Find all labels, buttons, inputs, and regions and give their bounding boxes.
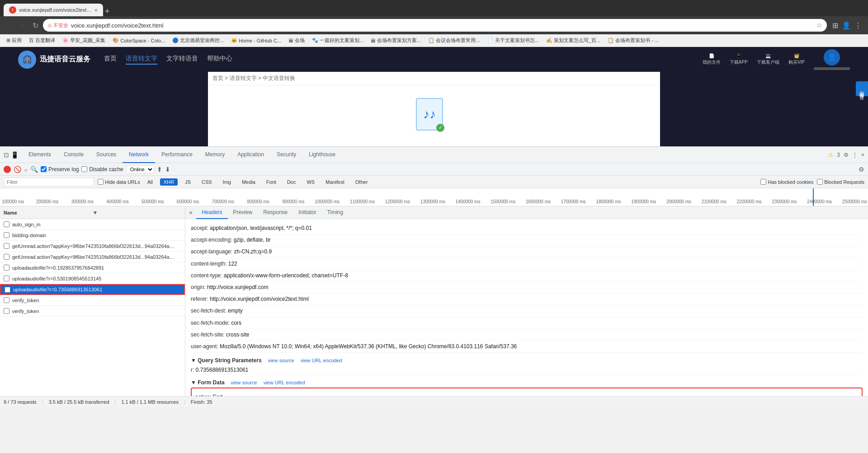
filter-button[interactable]: ⬦ xyxy=(24,166,28,173)
search-button[interactable]: 🔍 xyxy=(30,166,38,173)
filter-css[interactable]: CSS xyxy=(198,178,216,186)
extensions-icon[interactable]: ⊞ xyxy=(832,21,838,30)
nav-buy-vip[interactable]: 👑 购买VIP xyxy=(788,53,805,65)
device-icon[interactable]: 📱 xyxy=(11,151,19,159)
bookmark-copy1[interactable]: 🐾 一篇好的文案策划... xyxy=(309,36,366,45)
reload-button[interactable]: ↻ xyxy=(31,19,40,32)
request-item-3[interactable]: getUnread.action?appKey=9f6be7423510fa86… xyxy=(0,252,185,262)
bookmark-github[interactable]: 🐱 Home - GitHub C... xyxy=(228,37,284,44)
request-item-0[interactable]: auto_sign_in xyxy=(0,219,185,230)
throttle-select[interactable]: Online Online xyxy=(126,165,154,173)
request-item-1[interactable]: bidding-domain xyxy=(0,230,185,241)
filter-manifest[interactable]: Manifest xyxy=(322,178,348,186)
nav-download-client[interactable]: 💻 下载客户端 xyxy=(757,53,779,65)
filter-media[interactable]: Media xyxy=(238,178,259,186)
bookmark-copy2[interactable]: 📄 关于文案策划书怎... xyxy=(485,36,542,45)
tab-console[interactable]: Console xyxy=(57,147,90,163)
request-checkbox-4[interactable] xyxy=(4,265,9,271)
download-icon[interactable]: ⬇ xyxy=(165,166,170,173)
tab-sources[interactable]: Sources xyxy=(90,147,123,163)
more-icon[interactable]: ⋮ xyxy=(852,152,858,158)
more-options-icon[interactable]: ⋮ xyxy=(854,21,862,30)
hide-data-urls-checkbox[interactable] xyxy=(98,179,104,185)
tab-close-button[interactable]: × xyxy=(94,7,98,14)
tab-network[interactable]: Network xyxy=(123,147,155,163)
blocked-requests-checkbox[interactable] xyxy=(817,179,823,185)
bookmark-plan2[interactable]: 📋 会场布置策划书 - ... xyxy=(605,36,661,45)
request-checkbox-0[interactable] xyxy=(4,221,9,227)
bookmark-bj[interactable]: 🔵 北京德易堂渝商控... xyxy=(170,36,226,45)
request-item-5[interactable]: uploadaudiofile?r=0.5301908545513145 xyxy=(0,273,185,284)
query-view-source[interactable]: view source xyxy=(268,358,294,363)
devtools-close-icon[interactable]: × xyxy=(861,152,864,158)
record-button[interactable] xyxy=(4,166,11,173)
nav-avatar[interactable]: 👤 xyxy=(814,49,850,70)
upload-icon[interactable]: ⬆ xyxy=(157,166,162,173)
tab-lighthouse[interactable]: Lighthouse xyxy=(302,147,342,163)
filter-font[interactable]: Font xyxy=(263,178,280,186)
bookmark-plan1[interactable]: 🏛 会场布置策划方案... xyxy=(368,36,424,45)
filter-ws[interactable]: WS xyxy=(303,178,318,186)
sort-icon[interactable]: ▼ xyxy=(93,210,182,216)
form-view-source[interactable]: view source xyxy=(231,380,257,385)
new-tab-button[interactable]: + xyxy=(105,7,110,16)
nav-voice2text[interactable]: 语音转文字 xyxy=(126,55,157,65)
details-tab-headers[interactable]: Headers xyxy=(196,206,227,219)
back-button[interactable]: ← xyxy=(4,19,14,31)
details-tab-timing[interactable]: Timing xyxy=(322,206,349,219)
tab-application[interactable]: Application xyxy=(231,147,270,163)
request-item-6[interactable]: uploadaudiofile?r=0.7356886913513061 xyxy=(0,284,185,295)
has-blocked-checkbox[interactable] xyxy=(760,179,766,185)
filter-other[interactable]: Other xyxy=(352,178,372,186)
filter-input[interactable] xyxy=(4,177,94,187)
bookmark-zao[interactable]: 🌸 早安_花颜_采集 xyxy=(60,36,108,45)
tab-elements[interactable]: Elements xyxy=(22,147,57,163)
filter-js[interactable]: JS xyxy=(181,178,194,186)
request-checkbox-8[interactable] xyxy=(4,308,9,314)
disable-cache-label[interactable]: Disable cache xyxy=(81,166,123,173)
details-close-button[interactable]: × xyxy=(189,209,193,216)
request-checkbox-6[interactable] xyxy=(5,287,10,293)
request-item-8[interactable]: verify_token xyxy=(0,306,185,317)
has-blocked-label[interactable]: Has blocked cookies xyxy=(760,179,813,185)
filter-doc[interactable]: Doc xyxy=(283,178,300,186)
details-tab-response[interactable]: Response xyxy=(258,206,293,219)
clear-button[interactable]: 🚫 xyxy=(14,166,21,173)
settings-icon[interactable]: ⚙ xyxy=(844,152,849,158)
request-checkbox-3[interactable] xyxy=(4,254,9,260)
details-tab-initiator[interactable]: Initiator xyxy=(293,206,321,219)
bookmark-meeting[interactable]: 📋 会议会场布置常用... xyxy=(425,36,482,45)
network-settings-icon[interactable]: ⚙ xyxy=(859,166,864,173)
floating-record-btn[interactable]: 实 时 录 音 xyxy=(856,81,868,96)
preserve-log-checkbox[interactable] xyxy=(41,166,47,172)
bookmark-write[interactable]: ✍ 策划文案怎么写_百... xyxy=(543,36,603,45)
disable-cache-checkbox[interactable] xyxy=(81,166,87,172)
request-item-2[interactable]: getUnread.action?appKey=9f6be7423510fa86… xyxy=(0,241,185,252)
inspect-icon[interactable]: ⊡ xyxy=(4,151,9,159)
preserve-log-label[interactable]: Preserve log xyxy=(41,166,79,173)
tab-performance[interactable]: Performance xyxy=(155,147,199,163)
request-item-7[interactable]: verify_token xyxy=(0,295,185,306)
forward-button[interactable]: → xyxy=(17,19,28,31)
request-checkbox-1[interactable] xyxy=(4,232,9,238)
tab-security[interactable]: Security xyxy=(270,147,302,163)
query-view-url-encoded[interactable]: view URL encoded xyxy=(301,358,342,363)
upload-area[interactable]: ♪ ✓ xyxy=(208,85,660,146)
filter-xhr[interactable]: XHR xyxy=(160,178,178,186)
request-checkbox-7[interactable] xyxy=(4,297,9,303)
filter-img[interactable]: Img xyxy=(219,178,235,186)
request-item-4[interactable]: uploadaudiofile?r=0.19285379576642891 xyxy=(0,262,185,273)
url-bar[interactable]: ⚠ 不安全 voice.xunjiepdf.com/voice2text.htm… xyxy=(43,19,827,32)
nav-myfiles[interactable]: 📄 我的文件 xyxy=(703,53,721,65)
nav-home[interactable]: 首页 xyxy=(104,55,117,65)
active-tab[interactable]: ! voice.xunjiepdf.com/voice2text.html × xyxy=(4,4,103,16)
request-checkbox-2[interactable] xyxy=(4,243,9,249)
bookmark-color[interactable]: 🎨 ColorSpace - Colo... xyxy=(110,37,168,44)
form-view-url-encoded[interactable]: view URL encoded xyxy=(264,380,305,385)
nav-text2voice[interactable]: 文字转语音 xyxy=(166,55,198,65)
tab-memory[interactable]: Memory xyxy=(199,147,231,163)
request-checkbox-5[interactable] xyxy=(4,276,9,281)
details-tab-preview[interactable]: Preview xyxy=(228,206,258,219)
hide-data-urls-label[interactable]: Hide data URLs xyxy=(98,179,140,185)
blocked-requests-label[interactable]: Blocked Requests xyxy=(817,179,864,185)
